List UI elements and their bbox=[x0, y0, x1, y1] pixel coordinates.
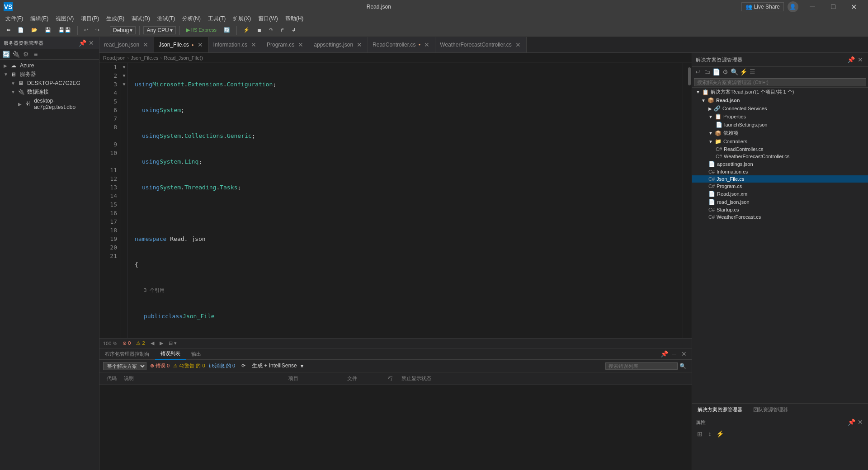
project-root[interactable]: ▼ 📦 Read.json bbox=[692, 96, 868, 104]
solution-tool-2[interactable]: 🗂 bbox=[703, 68, 711, 76]
live-share-button[interactable]: 👥 Live Share bbox=[741, 2, 784, 11]
node-program[interactable]: C# Program.cs bbox=[692, 183, 868, 190]
tab-weatherforecast[interactable]: WeatherForecastController.cs ✕ bbox=[435, 37, 527, 52]
menu-analyze[interactable]: 分析(N) bbox=[179, 14, 204, 24]
node-readcontroller[interactable]: C# ReadController.cs bbox=[692, 146, 868, 153]
bottom-tab-output[interactable]: 输出 bbox=[186, 348, 207, 360]
properties-close[interactable]: ✕ bbox=[856, 418, 864, 426]
solution-tool-5[interactable]: 🔍 bbox=[730, 68, 738, 76]
menu-build[interactable]: 生成(B) bbox=[103, 14, 128, 24]
scrollbar-thumb[interactable] bbox=[688, 67, 691, 85]
menu-help[interactable]: 帮助(H) bbox=[282, 14, 307, 24]
error-search-input[interactable] bbox=[605, 362, 678, 370]
node-json-file[interactable]: C# Json_File.cs bbox=[692, 175, 868, 183]
node-weatherforecast[interactable]: C# WeatherForecast.cs bbox=[692, 213, 868, 221]
solution-tool-6[interactable]: ⚡ bbox=[739, 68, 747, 76]
tab-information[interactable]: Information.cs ✕ bbox=[209, 37, 262, 52]
node-readjsonxml[interactable]: 📄 Read.json.xml bbox=[692, 190, 868, 198]
properties-pin[interactable]: 📌 bbox=[847, 418, 855, 426]
tab-json-file-close[interactable]: ✕ bbox=[197, 41, 204, 48]
node-information[interactable]: C# Information.cs bbox=[692, 168, 868, 175]
tab-json-file[interactable]: Json_File.cs ● ✕ bbox=[154, 37, 209, 52]
left-sidebar-close[interactable]: ✕ bbox=[87, 39, 95, 47]
warning-indicator[interactable]: ⚠ 2 bbox=[136, 340, 145, 346]
editor-content[interactable]: 1 2 3 4 5 6 7 8 . 9 10 . 11 12 1 bbox=[99, 63, 692, 338]
right-sidebar-pin[interactable]: 📌 bbox=[847, 56, 855, 64]
bottom-panel-pin[interactable]: 📌 bbox=[660, 350, 668, 358]
tab-weatherforecast-close[interactable]: ✕ bbox=[514, 41, 522, 48]
menu-edit[interactable]: 编辑(E) bbox=[27, 14, 52, 24]
solution-tool-3[interactable]: 📄 bbox=[712, 68, 720, 76]
toolbar-save[interactable]: 💾 bbox=[42, 26, 54, 34]
tab-read-json[interactable]: read_json.json ✕ bbox=[99, 37, 154, 52]
nav-back[interactable]: ◀ bbox=[151, 340, 154, 346]
fold-1[interactable]: ▼ bbox=[121, 63, 127, 71]
solution-tool-7[interactable]: ☰ bbox=[748, 68, 756, 76]
prop-tool-1[interactable]: ⊞ bbox=[696, 430, 704, 438]
menu-debug[interactable]: 调试(D) bbox=[128, 14, 154, 24]
minimize-button[interactable]: ─ bbox=[802, 0, 823, 14]
toolbar-new-project[interactable]: 📄 bbox=[15, 26, 27, 34]
toolbar-attach[interactable]: ⚡ bbox=[241, 26, 252, 34]
node-controllers[interactable]: ▼ 📁 Controllers bbox=[692, 137, 868, 146]
tree-item-desktop[interactable]: ▼ 🖥 DESKTOP-AC7G2EG bbox=[0, 79, 99, 87]
menu-tools[interactable]: 工具(T) bbox=[204, 14, 229, 24]
build-intellisense-toggle[interactable]: ⟳ bbox=[239, 362, 248, 370]
toolbar-redo[interactable]: ↪ bbox=[93, 26, 102, 34]
prop-tool-2[interactable]: ↕ bbox=[706, 430, 714, 438]
tab-read-json-close[interactable]: ✕ bbox=[142, 41, 149, 48]
connect-icon[interactable]: 🔌 bbox=[12, 50, 20, 58]
code-area[interactable]: using Microsoft.Extensions.Configuration… bbox=[127, 63, 683, 338]
menu-test[interactable]: 测试(T) bbox=[154, 14, 179, 24]
refresh-icon[interactable]: 🔄 bbox=[2, 50, 10, 58]
menu-window[interactable]: 窗口(W) bbox=[255, 14, 281, 24]
menu-view[interactable]: 视图(V) bbox=[52, 14, 77, 24]
bottom-tab-package[interactable]: 程序包管理器控制台 bbox=[99, 348, 155, 360]
bottom-panel-minimize[interactable]: ─ bbox=[670, 350, 678, 358]
solution-tool-4[interactable]: ⚙ bbox=[721, 68, 729, 76]
solution-tab-team[interactable]: 团队资源管理器 bbox=[748, 404, 793, 415]
tree-item-servers[interactable]: ▼ 🖥 服务器 bbox=[0, 70, 99, 79]
node-connected-services[interactable]: ▶ 🔗 Connected Services bbox=[692, 104, 868, 113]
menu-file[interactable]: 文件(F) bbox=[2, 14, 27, 24]
scope-select[interactable]: 整个解决方案 bbox=[103, 362, 146, 370]
tab-appsettings[interactable]: appsettings.json ✕ bbox=[309, 37, 368, 52]
menu-extensions[interactable]: 扩展(X) bbox=[229, 14, 255, 24]
properties-icon[interactable]: ≡ bbox=[32, 50, 40, 58]
filter-btn[interactable]: ⊟ ▾ bbox=[169, 340, 177, 346]
fold-7[interactable]: ▼ bbox=[121, 71, 127, 80]
restart-button[interactable]: 🔄 bbox=[221, 26, 233, 34]
solution-tab-explorer[interactable]: 解决方案资源管理器 bbox=[692, 404, 748, 415]
tab-appsettings-close[interactable]: ✕ bbox=[356, 41, 363, 48]
node-launch-settings[interactable]: 📄 launchSettings.json bbox=[692, 121, 868, 129]
maximize-button[interactable]: □ bbox=[823, 0, 844, 14]
filter-icon[interactable]: ⚙ bbox=[22, 50, 30, 58]
build-intellisense-chevron[interactable]: ▾ bbox=[301, 363, 303, 369]
node-weatherforecastcontroller[interactable]: C# WeatherForecastController.cs bbox=[692, 153, 868, 160]
toolbar-step-over[interactable]: ↷ bbox=[266, 26, 276, 34]
toolbar-step-out[interactable]: ↲ bbox=[289, 26, 298, 34]
fold-method[interactable]: ▼ bbox=[121, 80, 127, 89]
node-appsettings[interactable]: 📄 appsettings.json bbox=[692, 160, 868, 168]
node-startup[interactable]: C# Startup.cs bbox=[692, 206, 868, 213]
toolbar-save-all[interactable]: 💾💾 bbox=[56, 26, 74, 34]
prop-tool-3[interactable]: ⚡ bbox=[716, 430, 724, 438]
tab-readcontroller[interactable]: ReadController.cs ● ✕ bbox=[368, 37, 435, 52]
debug-mode-dropdown[interactable]: Debug ▾ bbox=[110, 26, 136, 34]
node-properties[interactable]: ▼ 📋 Properties bbox=[692, 113, 868, 121]
toolbar-back[interactable]: ⬅ bbox=[4, 26, 13, 34]
error-indicator[interactable]: ⊗ 0 bbox=[123, 340, 131, 346]
search-icon[interactable]: 🔍 bbox=[678, 363, 688, 369]
bottom-panel-close[interactable]: ✕ bbox=[680, 350, 688, 358]
close-button[interactable]: ✕ bbox=[844, 0, 864, 14]
run-button[interactable]: ▶ IIS Express bbox=[184, 26, 219, 34]
platform-dropdown[interactable]: Any CPU ▾ bbox=[143, 26, 175, 34]
tree-item-db[interactable]: ▶ 🗄 desktop-ac7g2eg.test.dbo bbox=[0, 97, 99, 111]
solution-tool-1[interactable]: ↩ bbox=[694, 68, 702, 76]
toolbar-undo[interactable]: ↩ bbox=[81, 26, 91, 34]
editor-scrollbar[interactable] bbox=[683, 63, 692, 338]
solution-root[interactable]: ▼ 📋 解决方案'Read.json'(1 个项目/共 1 个) bbox=[692, 88, 868, 96]
left-sidebar-pin[interactable]: 📌 bbox=[78, 39, 86, 47]
node-dependencies[interactable]: ▼ 📦 依赖项 bbox=[692, 129, 868, 137]
tab-information-close[interactable]: ✕ bbox=[250, 41, 257, 48]
